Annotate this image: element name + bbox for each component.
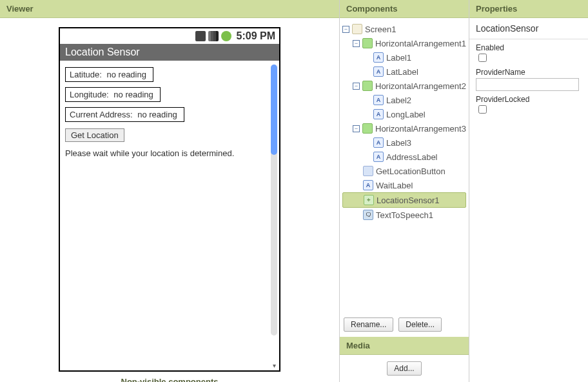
tree-texttospeech1[interactable]: 🗨 TextToSpeech1 bbox=[342, 208, 466, 222]
status-bar: 5:09 PM bbox=[60, 28, 279, 44]
tree-label3[interactable]: A Label3 bbox=[342, 136, 466, 150]
address-label: Current Address: bbox=[70, 110, 133, 119]
tree-label1[interactable]: A Label1 bbox=[342, 50, 466, 65]
label-icon: A bbox=[373, 137, 384, 148]
gps-icon bbox=[195, 31, 206, 41]
address-value: no reading bbox=[137, 110, 177, 119]
tts-icon: 🗨 bbox=[363, 210, 373, 220]
rename-button[interactable]: Rename... bbox=[344, 317, 393, 332]
label-icon: A bbox=[373, 66, 384, 77]
collapse-icon[interactable]: − bbox=[353, 40, 360, 47]
wait-label[interactable]: Please wait while your location is deter… bbox=[65, 148, 274, 158]
tree-screen1[interactable]: − Screen1 bbox=[342, 22, 466, 36]
button-icon bbox=[363, 166, 373, 176]
delete-button[interactable]: Delete... bbox=[398, 317, 442, 332]
media-header: Media bbox=[340, 337, 469, 355]
providerlocked-checkbox[interactable] bbox=[478, 105, 487, 114]
longitude-value: no reading bbox=[113, 90, 153, 99]
phone-mock: 5:09 PM Location Sensor Latitude: no rea… bbox=[59, 27, 280, 372]
tree-label2[interactable]: A Label2 bbox=[342, 93, 466, 107]
enabled-checkbox[interactable] bbox=[478, 54, 487, 62]
properties-component-name: LocationSensor bbox=[469, 18, 588, 39]
label-icon: A bbox=[373, 109, 384, 119]
tree-addresslabel[interactable]: A AddressLabel bbox=[342, 150, 466, 164]
components-header: Components bbox=[340, 0, 469, 18]
horizontal-arrangement-icon bbox=[362, 38, 373, 48]
phone-scrollbar[interactable] bbox=[271, 65, 277, 336]
horizontal-arrangement-icon bbox=[362, 123, 373, 134]
latitude-value: no reading bbox=[107, 70, 146, 79]
longitude-label: Longitude: bbox=[70, 90, 109, 99]
tree-getlocationbutton[interactable]: GetLocationButton bbox=[342, 164, 466, 178]
label-icon: A bbox=[373, 52, 384, 63]
longitude-row[interactable]: Longitude: no reading bbox=[65, 85, 274, 105]
screen-icon bbox=[352, 24, 362, 34]
label-icon: A bbox=[373, 95, 384, 105]
component-tree: − Screen1 − HorizontalArrangement1 A Lab… bbox=[342, 22, 466, 222]
collapse-icon[interactable]: − bbox=[342, 26, 349, 33]
tree-ha1[interactable]: − HorizontalArrangement1 bbox=[342, 36, 466, 50]
signal-icon bbox=[208, 31, 219, 41]
providername-input[interactable] bbox=[476, 78, 579, 91]
providerlocked-label: ProviderLocked bbox=[476, 95, 582, 104]
viewer-header: Viewer bbox=[0, 0, 339, 18]
nonvisible-header: Non-visible components bbox=[121, 377, 219, 382]
address-row[interactable]: Current Address: no reading bbox=[65, 105, 274, 125]
properties-header: Properties bbox=[469, 0, 588, 18]
add-media-button[interactable]: Add... bbox=[387, 361, 421, 376]
battery-icon bbox=[221, 31, 231, 41]
components-panel: Components − Screen1 − HorizontalArrange… bbox=[340, 0, 469, 382]
latitude-row[interactable]: Latitude: no reading bbox=[65, 65, 274, 85]
horizontal-arrangement-icon bbox=[362, 81, 373, 91]
tree-latlabel[interactable]: A LatLabel bbox=[342, 65, 466, 79]
tree-ha3[interactable]: − HorizontalArrangement3 bbox=[342, 121, 466, 136]
collapse-icon[interactable]: − bbox=[353, 83, 360, 90]
clock-time: 5:09 PM bbox=[237, 30, 275, 42]
screen-title: Location Sensor bbox=[60, 44, 279, 61]
enabled-label: Enabled bbox=[476, 43, 582, 52]
tree-waitlabel[interactable]: A WaitLabel bbox=[342, 178, 466, 192]
tree-longlabel[interactable]: A LongLabel bbox=[342, 107, 466, 121]
viewer-panel: Viewer 5:09 PM Location Sensor Latitude: bbox=[0, 0, 340, 382]
properties-panel: Properties LocationSensor Enabled Provid… bbox=[469, 0, 588, 382]
get-location-button[interactable]: Get Location bbox=[65, 128, 124, 142]
tree-ha2[interactable]: − HorizontalArrangement2 bbox=[342, 79, 466, 93]
collapse-icon[interactable]: − bbox=[353, 125, 360, 132]
label-icon: A bbox=[363, 180, 373, 190]
latitude-label: Latitude: bbox=[70, 70, 102, 79]
providername-label: ProviderName bbox=[476, 68, 582, 77]
tree-locationsensor1[interactable]: ⌖ LocationSensor1 bbox=[342, 192, 466, 208]
label-icon: A bbox=[373, 152, 384, 162]
scroll-down-icon[interactable]: ▾ bbox=[271, 363, 277, 369]
location-sensor-icon: ⌖ bbox=[364, 195, 374, 205]
